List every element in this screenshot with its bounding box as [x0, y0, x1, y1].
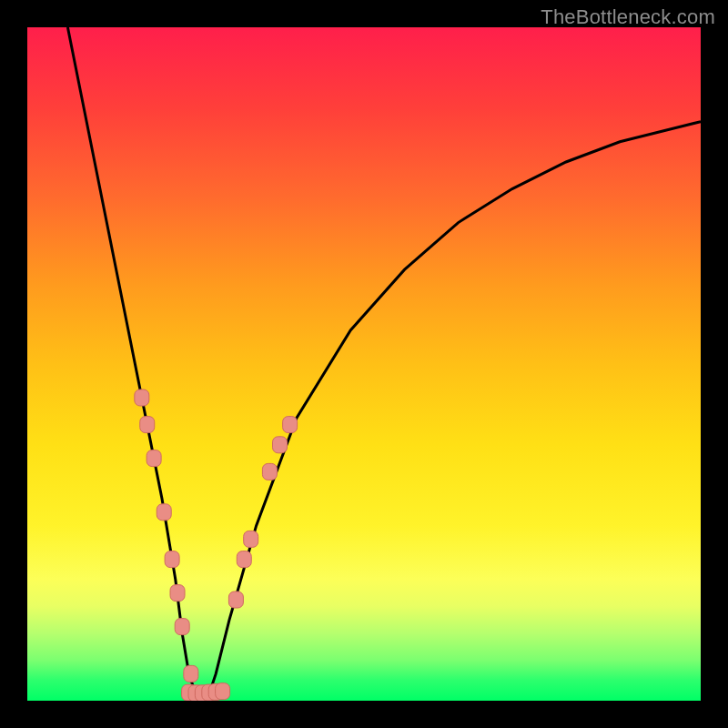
curve-marker [228, 592, 243, 608]
curve-marker [237, 551, 251, 568]
chart-frame: TheBottleneck.com [0, 0, 728, 728]
curve-marker [262, 463, 277, 480]
curve-marker [175, 619, 189, 635]
curve-marker [147, 450, 161, 467]
curve-marker [140, 417, 155, 433]
curve-marker [283, 417, 298, 433]
curve-marker [184, 665, 198, 682]
chart-svg [27, 27, 701, 701]
markers-group [135, 389, 298, 701]
curve-marker [216, 683, 230, 700]
curve-marker [273, 437, 288, 453]
plot-area [27, 27, 701, 701]
curve-marker [165, 551, 179, 568]
curve-marker [170, 585, 185, 602]
watermark-text: TheBottleneck.com [541, 5, 715, 29]
curve-marker [157, 504, 171, 521]
curve-marker [244, 531, 258, 547]
bottleneck-curve [67, 27, 701, 701]
curve-marker [135, 389, 149, 406]
